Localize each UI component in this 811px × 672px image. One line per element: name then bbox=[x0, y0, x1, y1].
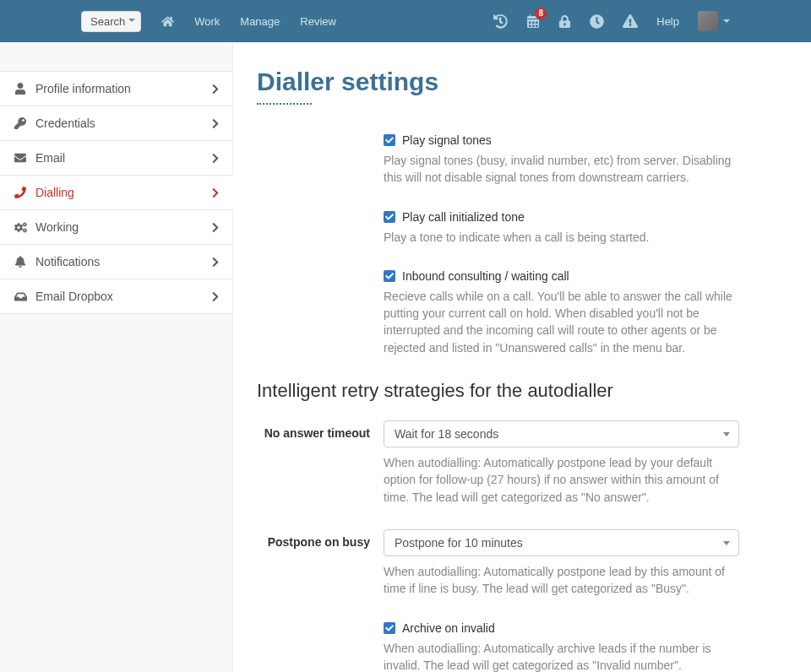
envelope-icon bbox=[12, 152, 29, 164]
nav-link-review[interactable]: Review bbox=[300, 15, 336, 28]
avatar bbox=[698, 11, 718, 31]
nav-link-help[interactable]: Help bbox=[656, 15, 679, 28]
chevron-right-icon bbox=[212, 118, 219, 129]
title-underline bbox=[257, 103, 312, 105]
caret-down-icon bbox=[128, 19, 135, 22]
cogs-icon bbox=[12, 221, 29, 234]
caret-down-icon bbox=[723, 541, 730, 545]
setting-no-answer: No answer timeout Wait for 18 seconds Wh… bbox=[257, 420, 739, 506]
search-button[interactable]: Search bbox=[81, 11, 141, 32]
history-icon[interactable] bbox=[493, 14, 508, 29]
help-text: Recieve calls while on a call. You'll be… bbox=[384, 288, 739, 356]
sidebar-label: Profile information bbox=[35, 82, 131, 95]
sidebar-label: Working bbox=[35, 220, 79, 234]
chevron-right-icon bbox=[212, 291, 219, 302]
sidebar-item-notifications[interactable]: Notifications bbox=[0, 244, 232, 279]
sidebar-item-credentials[interactable]: Credentials bbox=[0, 106, 232, 140]
setting-inbound: Inbound consulting / waiting call Reciev… bbox=[257, 269, 739, 356]
sidebar-item-profile[interactable]: Profile information bbox=[0, 71, 232, 106]
checkbox-label: Play call initialized tone bbox=[402, 210, 525, 224]
sidebar-label: Email bbox=[35, 151, 65, 165]
checkbox-inbound[interactable] bbox=[384, 270, 395, 282]
sidebar-item-dropbox[interactable]: Email Dropbox bbox=[0, 279, 232, 314]
sidebar-label: Credentials bbox=[35, 117, 95, 130]
main-content: Dialler settings Play signal tones Play … bbox=[232, 42, 811, 672]
checkbox-label: Inbound consulting / waiting call bbox=[402, 269, 569, 283]
chevron-right-icon bbox=[212, 187, 219, 198]
bell-icon bbox=[12, 256, 29, 268]
container: Profile information Credentials Email Di… bbox=[0, 42, 811, 672]
nav-link-manage[interactable]: Manage bbox=[240, 15, 280, 28]
help-text: Play a tone to indicate when a call is b… bbox=[384, 229, 739, 246]
sidebar: Profile information Credentials Email Di… bbox=[0, 42, 232, 672]
setting-play-signal: Play signal tones Play signal tones (bus… bbox=[257, 133, 739, 187]
chevron-right-icon bbox=[212, 153, 219, 164]
select-postpone-busy[interactable]: Postpone for 10 minutes bbox=[384, 529, 739, 556]
field-label: No answer timeout bbox=[257, 420, 384, 506]
calendar-icon-wrap[interactable]: 8 bbox=[526, 14, 540, 28]
sidebar-label: Dialling bbox=[35, 186, 74, 199]
setting-postpone-busy: Postpone on busy Postpone for 10 minutes… bbox=[257, 529, 739, 598]
search-label: Search bbox=[90, 15, 125, 28]
chevron-right-icon bbox=[212, 257, 219, 268]
select-value: Wait for 18 seconds bbox=[395, 427, 498, 441]
home-icon[interactable] bbox=[161, 15, 174, 28]
section-heading: Intelligent retry strategies for the aut… bbox=[257, 380, 739, 402]
page-title: Dialler settings bbox=[257, 68, 739, 96]
inbox-icon bbox=[12, 290, 29, 303]
checkbox-archive-invalid[interactable] bbox=[384, 622, 395, 634]
sidebar-label: Notifications bbox=[35, 255, 100, 268]
clock-icon[interactable] bbox=[590, 14, 604, 29]
sidebar-item-dialling[interactable]: Dialling bbox=[0, 175, 232, 209]
checkbox-label: Archive on invalid bbox=[402, 621, 495, 635]
setting-play-init: Play call initialized tone Play a tone t… bbox=[257, 210, 739, 246]
key-icon bbox=[12, 117, 29, 129]
navbar: Search Work Manage Review 8 Help bbox=[0, 0, 811, 42]
select-no-answer[interactable]: Wait for 18 seconds bbox=[384, 420, 739, 447]
nav-right: 8 Help bbox=[493, 11, 730, 31]
field-label: Postpone on busy bbox=[257, 529, 384, 598]
setting-archive-invalid: Archive on invalid When autodialling: Au… bbox=[257, 621, 739, 672]
nav-link-work[interactable]: Work bbox=[194, 15, 220, 28]
checkbox-play-signal[interactable] bbox=[384, 134, 395, 146]
checkbox-play-init[interactable] bbox=[384, 211, 395, 223]
chevron-right-icon bbox=[212, 222, 219, 233]
user-menu[interactable] bbox=[698, 11, 730, 31]
user-icon bbox=[12, 83, 29, 95]
help-text: Play signal tones (busy, invalid number,… bbox=[384, 152, 739, 187]
checkbox-label: Play signal tones bbox=[402, 133, 492, 147]
caret-down-icon bbox=[723, 19, 730, 23]
nav-links: Work Manage Review bbox=[194, 15, 336, 28]
caret-down-icon bbox=[723, 432, 730, 436]
sidebar-label: Email Dropbox bbox=[35, 290, 113, 303]
notification-badge: 8 bbox=[535, 8, 547, 19]
help-text: When autodialling: Automatically postpon… bbox=[384, 563, 739, 598]
lock-icon[interactable] bbox=[558, 15, 571, 28]
select-value: Postpone for 10 minutes bbox=[395, 536, 523, 550]
warning-icon[interactable] bbox=[623, 14, 638, 29]
help-text: When autodialling: Automatically postpon… bbox=[384, 454, 739, 506]
phone-icon bbox=[12, 187, 29, 198]
chevron-right-icon bbox=[212, 84, 219, 95]
sidebar-item-working[interactable]: Working bbox=[0, 209, 232, 244]
sidebar-item-email[interactable]: Email bbox=[0, 140, 232, 175]
help-text: When autodialling: Automatically archive… bbox=[384, 640, 739, 672]
